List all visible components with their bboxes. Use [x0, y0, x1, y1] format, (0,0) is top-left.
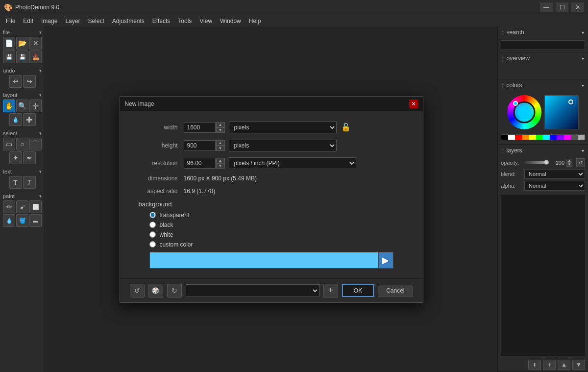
layers-add-button[interactable]: +: [543, 360, 556, 370]
save-as-button[interactable]: 💾: [16, 50, 28, 63]
ellipse-select-button[interactable]: ○: [16, 138, 28, 150]
save-button[interactable]: 💾: [3, 50, 15, 63]
menu-tools[interactable]: Tools: [174, 17, 196, 25]
toolbar-section-paint-header[interactable]: paint ▾: [1, 192, 44, 200]
color-swatch[interactable]: [529, 135, 536, 140]
toolbar-section-text-header[interactable]: text ▾: [1, 168, 44, 175]
search-section-header[interactable]: :: search ▾: [498, 26, 588, 38]
color-wheel-container[interactable]: [507, 95, 541, 129]
height-input[interactable]: [184, 140, 216, 151]
fill-button[interactable]: 🪣: [16, 214, 28, 227]
new-file-button[interactable]: 📄: [3, 37, 15, 50]
rect-select-button[interactable]: ▭: [3, 138, 15, 150]
overview-section-header[interactable]: :: overview ▾: [498, 52, 588, 64]
width-unit-dropdown[interactable]: pixels inches cm: [229, 122, 337, 133]
color-swatch[interactable]: [578, 135, 585, 140]
height-increment-button[interactable]: ▲: [216, 140, 225, 146]
lasso-button[interactable]: ⌒: [29, 138, 42, 150]
redo-button[interactable]: ↪: [23, 75, 36, 88]
layers-section-header[interactable]: :: layers ▾: [498, 145, 588, 156]
transform-button[interactable]: ✚: [23, 113, 36, 126]
reset-button[interactable]: ↺: [130, 284, 145, 298]
alpha-dropdown[interactable]: Normal Inherit: [524, 181, 585, 191]
height-unit-dropdown[interactable]: pixels inches cm: [229, 140, 337, 151]
menu-select[interactable]: Select: [84, 17, 108, 25]
opacity-decrement-button[interactable]: ▼: [566, 163, 572, 167]
color-swatch[interactable]: [508, 135, 515, 140]
text-tool-button[interactable]: T: [9, 176, 22, 189]
add-preset-button[interactable]: +: [323, 284, 338, 298]
eyedrop2-button[interactable]: 💧: [3, 214, 15, 227]
hand-tool-button[interactable]: ✋: [3, 99, 15, 112]
move-tool-button[interactable]: ✛: [29, 99, 42, 112]
colors-section-header[interactable]: :: colors ▾: [498, 79, 588, 91]
menu-effects[interactable]: Effects: [148, 17, 174, 25]
menu-view[interactable]: View: [196, 17, 216, 25]
color-swatch[interactable]: [522, 135, 529, 140]
cancel-button[interactable]: Cancel: [378, 285, 413, 297]
rect-tool-button[interactable]: ▬: [29, 214, 42, 227]
undo-button[interactable]: ↩: [9, 75, 22, 88]
color-swatch[interactable]: [501, 135, 508, 140]
history-button[interactable]: ↻: [167, 284, 182, 298]
menu-file[interactable]: File: [2, 17, 19, 25]
width-input[interactable]: [184, 122, 216, 133]
color-gradient-box[interactable]: [544, 95, 579, 129]
menu-adjustments[interactable]: Adjustments: [108, 17, 148, 25]
pencil-button[interactable]: ✏: [3, 200, 15, 213]
color-swatch[interactable]: [543, 135, 550, 140]
resolution-decrement-button[interactable]: ▼: [216, 163, 225, 169]
brush-button[interactable]: 🖌: [16, 200, 28, 213]
menu-help[interactable]: Help: [245, 17, 265, 25]
color-swatch[interactable]: [557, 135, 564, 140]
random-button[interactable]: 🎲: [148, 284, 163, 298]
presets-dropdown[interactable]: [186, 284, 319, 297]
width-increment-button[interactable]: ▲: [216, 122, 225, 127]
toolbar-section-file-header[interactable]: file ▾: [1, 28, 44, 36]
custom-color-preview[interactable]: ▶: [149, 252, 393, 269]
zoom-tool-button[interactable]: 🔍: [16, 99, 28, 112]
opacity-slider[interactable]: [524, 161, 549, 164]
layers-down-button[interactable]: ▼: [572, 360, 585, 370]
menu-image[interactable]: Image: [37, 17, 61, 25]
close-file-button[interactable]: ✕: [29, 37, 42, 50]
layers-up-button[interactable]: ▲: [558, 360, 570, 370]
bg-white-radio[interactable]: [149, 231, 156, 238]
color-swatch[interactable]: [536, 135, 543, 140]
opacity-reset-button[interactable]: ↺: [576, 158, 585, 167]
window-close-button[interactable]: ✕: [571, 2, 584, 12]
text-italic-button[interactable]: T: [23, 176, 36, 189]
ok-button[interactable]: OK: [342, 284, 374, 297]
search-input[interactable]: [501, 40, 585, 50]
menu-layer[interactable]: Layer: [61, 17, 84, 25]
color-swatch[interactable]: [550, 135, 557, 140]
open-file-button[interactable]: 📂: [16, 37, 28, 50]
height-decrement-button[interactable]: ▼: [216, 146, 225, 151]
bg-black-radio[interactable]: [149, 222, 156, 228]
resolution-input[interactable]: [184, 158, 216, 169]
custom-color-picker-button[interactable]: ▶: [378, 252, 393, 268]
resolution-increment-button[interactable]: ▲: [216, 158, 225, 163]
toolbar-section-layout-header[interactable]: layout ▾: [1, 91, 44, 99]
layers-merge-button[interactable]: ⬇: [528, 360, 541, 370]
color-swatch[interactable]: [515, 135, 522, 140]
menu-edit[interactable]: Edit: [19, 17, 37, 25]
magic-wand-button[interactable]: ✦: [9, 151, 22, 164]
color-swatch[interactable]: [571, 135, 578, 140]
dialog-close-button[interactable]: ✕: [409, 99, 418, 108]
export-button[interactable]: 📤: [29, 50, 42, 63]
toolbar-section-undo-header[interactable]: undo ▾: [1, 67, 44, 74]
blend-dropdown[interactable]: Normal Multiply Screen Overlay: [524, 169, 585, 179]
menu-window[interactable]: Window: [216, 17, 245, 25]
color-swatch[interactable]: [564, 135, 571, 140]
eraser-button[interactable]: ⬜: [29, 200, 42, 213]
width-decrement-button[interactable]: ▼: [216, 127, 225, 133]
bg-transparent-radio[interactable]: [149, 212, 156, 218]
toolbar-section-select-header[interactable]: select ▾: [1, 129, 44, 137]
resolution-unit-dropdown[interactable]: pixels / inch (PPI) pixels / cm: [229, 157, 356, 169]
minimize-button[interactable]: —: [540, 2, 553, 12]
pen-button[interactable]: ✒: [23, 151, 36, 164]
eyedropper-button[interactable]: 💧: [9, 113, 22, 126]
maximize-button[interactable]: ☐: [556, 2, 568, 12]
aspect-lock-button[interactable]: 🔓: [340, 121, 352, 134]
